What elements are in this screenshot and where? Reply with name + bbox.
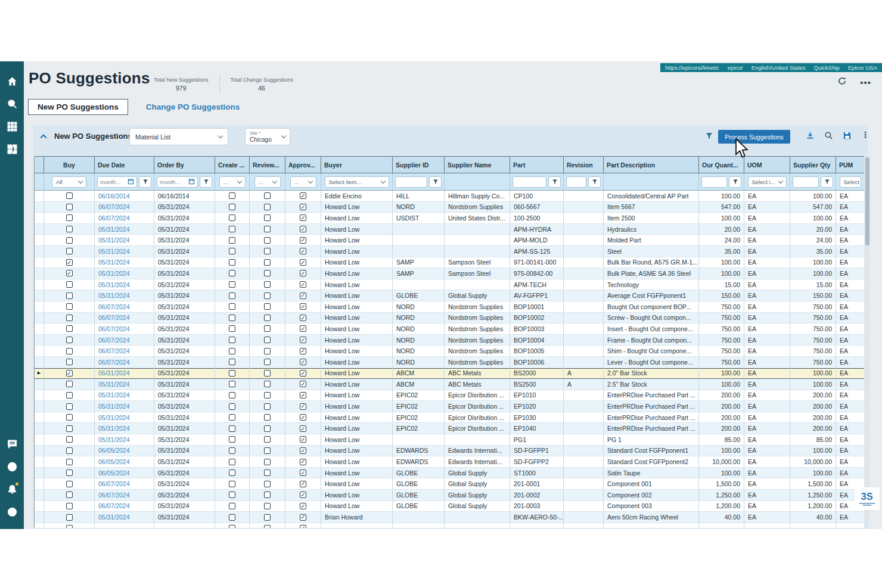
cell-revision[interactable] — [564, 202, 604, 213]
approve-checkbox[interactable] — [300, 514, 306, 521]
cell-part[interactable]: PG1 — [510, 434, 564, 446]
approve-checkbox[interactable] — [300, 325, 306, 332]
cell-buyer[interactable]: Howard Low — [321, 390, 393, 402]
cell-supplier-name[interactable]: Edwards Internati... — [445, 446, 510, 457]
approve-checkbox[interactable] — [300, 447, 306, 454]
grid-filter-icon[interactable] — [705, 132, 713, 142]
cell-revision[interactable] — [564, 279, 604, 291]
approve-checkbox[interactable] — [300, 370, 306, 377]
cell-pum[interactable]: EA — [836, 246, 864, 257]
table-row[interactable]: 06/07/202405/31/2024Howard LowNORDNordst… — [35, 357, 864, 368]
cell-uom[interactable]: EA — [744, 390, 790, 402]
cell-order-by[interactable]: 05/31/2024 — [154, 423, 215, 434]
cell-our-quantity[interactable]: 100.00 — [699, 213, 744, 224]
cell-uom[interactable]: EA — [744, 468, 790, 479]
filter-date-input-order[interactable]: month... — [157, 176, 198, 188]
cell-pum[interactable]: EA — [836, 468, 864, 479]
cell-supplier-id[interactable]: NORD — [393, 323, 445, 335]
review-checkbox[interactable] — [264, 192, 271, 199]
column-header-sqty[interactable]: Supplier Qty — [790, 157, 836, 173]
cell-due-date[interactable]: 06/07/2024 — [95, 357, 154, 368]
cell-part[interactable]: APM-HYDRA — [510, 224, 564, 235]
cell-order-by[interactable]: 05/31/2024 — [154, 357, 215, 368]
table-row[interactable]: ▶05/31/202405/31/2024Howard LowABCMABC M… — [35, 368, 864, 379]
buy-checkbox[interactable] — [66, 348, 73, 354]
cell-revision[interactable] — [564, 213, 604, 224]
table-row[interactable]: 05/31/202405/31/2024Brian HowardBKW-AERO… — [35, 512, 864, 523]
cell-our-quantity[interactable]: 100.00 — [699, 379, 744, 390]
cell-part[interactable]: 971-00141-000 — [510, 257, 564, 269]
cell-supplier-id[interactable]: GLOBE — [393, 501, 445, 512]
buy-checkbox[interactable] — [66, 436, 73, 443]
review-checkbox[interactable] — [264, 514, 271, 521]
table-row[interactable]: 06/05/202405/31/2024Howard LowEDWARDSEdw… — [35, 446, 864, 457]
cell-uom[interactable]: EA — [744, 446, 790, 457]
cell-supplier-id[interactable] — [393, 512, 445, 523]
site-select[interactable]: Site * Chicago — [245, 128, 290, 145]
cell-buyer[interactable]: Howard Low — [321, 257, 393, 269]
cell-part-description[interactable]: Molded Part — [604, 235, 699, 246]
review-checkbox[interactable] — [264, 392, 271, 399]
cell-pum[interactable]: EA — [836, 213, 864, 224]
cell-pum[interactable]: EA — [836, 301, 864, 313]
approve-checkbox[interactable] — [300, 525, 306, 528]
review-checkbox[interactable] — [264, 248, 271, 254]
cell-our-quantity[interactable]: 1,200.00 — [699, 501, 744, 512]
cell-revision[interactable] — [564, 412, 604, 424]
download-icon[interactable] — [806, 131, 815, 142]
filter-select-buy[interactable]: All — [52, 176, 86, 188]
filter-text-input-sid[interactable] — [395, 176, 427, 188]
review-checkbox[interactable] — [264, 259, 271, 266]
due-date-link[interactable]: 05/31/2024 — [98, 425, 130, 432]
cell-due-date[interactable]: 05/31/2024 — [95, 268, 154, 279]
cell-pum[interactable]: EA — [836, 434, 864, 446]
review-checkbox[interactable] — [264, 315, 271, 321]
review-checkbox[interactable] — [264, 491, 271, 498]
cell-revision[interactable] — [564, 301, 604, 313]
create-checkbox[interactable] — [229, 514, 235, 521]
cell-supplier-qty[interactable]: 10,000.00 — [790, 456, 836, 468]
cell-pum[interactable]: EA — [836, 257, 864, 269]
cell-supplier-name[interactable]: Sampson Steel — [445, 268, 510, 279]
grid-overflow-icon[interactable]: ⋮ — [861, 130, 869, 139]
cell-part[interactable]: 100-2500 — [510, 213, 564, 224]
buy-checkbox[interactable] — [66, 381, 73, 387]
cell-due-date[interactable]: 06/07/2024 — [95, 478, 154, 490]
cell-our-quantity[interactable]: 24.00 — [699, 235, 744, 246]
cell-part[interactable]: 201-0003 — [510, 501, 564, 512]
table-row[interactable]: 06/07/202405/31/2024Howard LowNORDNordst… — [35, 323, 864, 335]
review-checkbox[interactable] — [264, 337, 271, 343]
column-header-approve[interactable]: Approv... — [285, 157, 321, 173]
buy-checkbox[interactable] — [66, 325, 73, 332]
cell-supplier-id[interactable]: NORD — [393, 346, 445, 357]
due-date-link[interactable]: 06/07/2024 — [98, 347, 130, 354]
create-checkbox[interactable] — [229, 381, 235, 387]
cell-part[interactable]: BOP10001 — [510, 301, 564, 313]
cell-uom[interactable]: EA — [744, 191, 790, 202]
cell-order-by[interactable]: 05/31/2024 — [154, 301, 215, 313]
cell-buyer[interactable]: Howard Low — [321, 235, 393, 246]
cell-part[interactable]: BOP10006 — [510, 357, 564, 368]
approve-checkbox[interactable] — [300, 192, 306, 199]
cell-buyer[interactable]: Eddie Encino — [321, 191, 393, 202]
cell-uom[interactable]: EA — [744, 246, 790, 257]
cell-uom[interactable]: EA — [744, 202, 790, 213]
cell-our-quantity[interactable]: 547.00 — [699, 202, 744, 213]
cell-due-date[interactable]: 05/31/2024 — [95, 434, 154, 446]
cell-revision[interactable] — [564, 268, 604, 279]
cell-supplier-id[interactable]: EDWARDS — [393, 456, 445, 468]
apps-grid-icon[interactable] — [0, 115, 24, 138]
buy-checkbox[interactable] — [66, 370, 73, 377]
cell-due-date[interactable]: 06/05/2024 — [95, 456, 154, 468]
cell-due-date[interactable]: 06/16/2014 — [95, 191, 154, 202]
cell-supplier-name[interactable]: Nordstrom Supplies — [445, 357, 510, 368]
create-checkbox[interactable] — [229, 491, 235, 498]
cell-supplier-name[interactable] — [445, 235, 510, 246]
create-checkbox[interactable] — [229, 525, 235, 528]
cell-our-quantity[interactable]: 100.00 — [699, 368, 744, 379]
dashboard-icon[interactable] — [0, 138, 24, 160]
table-row[interactable]: 05/31/202405/31/2024Howard LowAPM-TECHTe… — [35, 279, 864, 291]
review-checkbox[interactable] — [264, 414, 271, 421]
due-date-link[interactable]: 05/31/2024 — [98, 381, 130, 388]
cell-order-by[interactable]: 05/31/2024 — [154, 213, 215, 224]
